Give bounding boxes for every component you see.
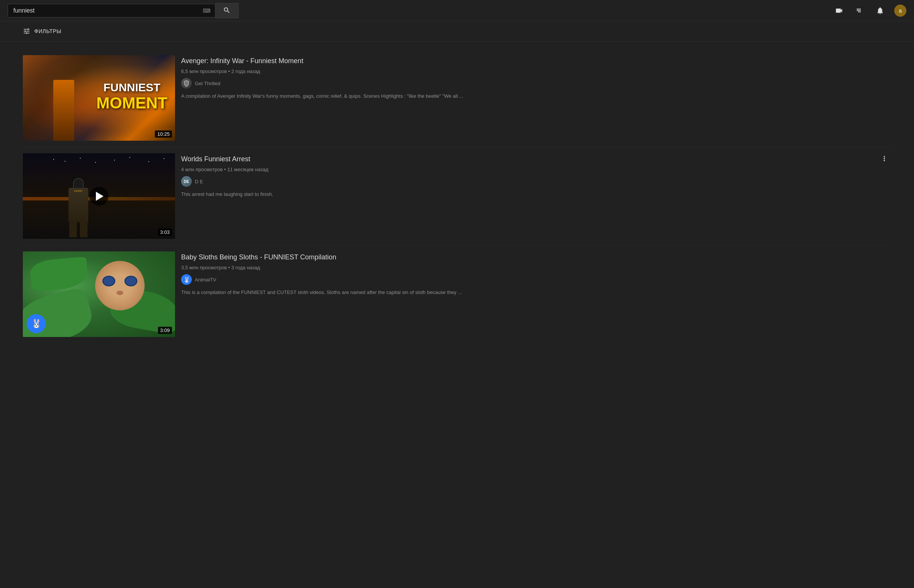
channel-row-2: DE D E [181, 176, 891, 187]
video-info-2: Worlds Funniest Arrest 4 млн просмотров … [181, 153, 891, 239]
search-button[interactable] [215, 3, 239, 18]
video-thumbnail-3[interactable]: 🐰 3:09 [23, 251, 175, 337]
header: ⌨ a [0, 0, 914, 21]
sloth-face-circle [95, 261, 145, 310]
video-thumbnail-1[interactable]: FUNNIEST MOMENT 10:25 [23, 55, 175, 141]
keyboard-icon[interactable]: ⌨ [198, 8, 215, 14]
channel-name-3[interactable]: AnimalTV [195, 277, 216, 283]
video-description-3: This is a compilation of the FUNNIEST an… [181, 289, 891, 296]
video-title-1[interactable]: Avenger: Infinity War - Funniest Moment [181, 57, 891, 65]
shield-icon [183, 79, 190, 87]
thumb-text-overlay: FUNNIEST MOMENT [96, 81, 167, 112]
time-ago-1: 2 года назад [231, 68, 260, 74]
results-list: FUNNIEST MOMENT 10:25 Avenger: Infinity … [0, 42, 914, 351]
duration-badge-1: 10:25 [155, 131, 172, 138]
agent-head [73, 178, 84, 189]
table-row: AGENT [23, 147, 891, 245]
video-camera-icon [835, 6, 843, 15]
duration-badge-3: 3:09 [158, 327, 172, 334]
avatar[interactable]: a [894, 5, 906, 17]
apps-grid-icon [856, 6, 864, 15]
character-silhouette [53, 80, 74, 141]
header-left: ⌨ [8, 3, 239, 18]
thumb-avengers-bg: FUNNIEST MOMENT [23, 55, 175, 141]
table-row: FUNNIEST MOMENT 10:25 Avenger: Infinity … [23, 49, 891, 147]
sloth-face-container [95, 261, 145, 310]
agent-leg-left [69, 222, 77, 237]
channel-row-1: Get Thrilled [181, 78, 891, 89]
video-info-3: Baby Sloths Being Sloths - FUNNIEST Comp… [181, 251, 891, 337]
search-icon [223, 6, 231, 14]
table-row: 🐰 3:09 Baby Sloths Being Sloths - FUNNIE… [23, 245, 891, 343]
channel-avatar-1[interactable] [181, 78, 192, 89]
video-meta-3: 3,5 млн просмотров • 3 года назад [181, 265, 891, 270]
ground [23, 200, 175, 239]
search-bar: ⌨ [8, 3, 239, 18]
apps-grid-button[interactable] [853, 4, 866, 17]
video-title-3[interactable]: Baby Sloths Being Sloths - FUNNIEST Comp… [181, 253, 891, 262]
thumb-sloth-bg: 🐰 [23, 251, 175, 337]
separator-2: • [224, 166, 227, 172]
sloth-eye-right [126, 277, 136, 285]
search-input-wrapper: ⌨ [8, 4, 215, 18]
header-right: a [833, 4, 906, 17]
animal-tv-badge[interactable]: 🐰 [27, 314, 46, 333]
channel-avatar-inner-1 [181, 78, 192, 89]
video-info-1: Avenger: Infinity War - Funniest Moment … [181, 55, 891, 141]
sloth-eye-left [104, 277, 114, 285]
filters-label: ФИЛЬТРЫ [34, 28, 61, 34]
rabbit-icon: 🐰 [31, 319, 42, 329]
view-count-1: 6,5 млн просмотров [181, 68, 227, 74]
separator-3: • [228, 265, 231, 270]
channel-name-1[interactable]: Get Thrilled [195, 81, 220, 86]
filters-icon [23, 27, 31, 35]
channel-row-3: 🐰 AnimalTV [181, 274, 891, 285]
view-count-2: 4 млн просмотров [181, 166, 223, 172]
notifications-button[interactable] [874, 4, 886, 17]
play-triangle-2 [96, 192, 104, 201]
video-description-2: This arrest had me laughing start to fin… [181, 191, 891, 198]
channel-name-2[interactable]: D E [195, 179, 203, 184]
view-count-3: 3,5 млн просмотров [181, 265, 227, 270]
channel-avatar-inner-2: DE [181, 176, 192, 187]
agent-text: AGENT [68, 190, 88, 192]
time-ago-3: 3 года назад [231, 265, 260, 270]
bell-icon [876, 6, 884, 15]
more-options-button-2[interactable] [877, 153, 891, 166]
thumb-arrest-bg: AGENT [23, 153, 175, 239]
video-meta-1: 6,5 млн просмотров • 2 года назад [181, 68, 891, 74]
agent-leg-right [80, 222, 87, 237]
agent-body: AGENT [68, 188, 88, 222]
filters-bar: ФИЛЬТРЫ [0, 21, 914, 42]
agent-figure: AGENT [68, 178, 88, 239]
play-button-overlay-2[interactable] [89, 187, 108, 206]
duration-badge-2: 3:03 [158, 229, 172, 236]
create-video-button[interactable] [833, 4, 846, 17]
video-thumbnail-2[interactable]: AGENT [23, 153, 175, 239]
star-dots [53, 159, 54, 160]
channel-avatar-3[interactable]: 🐰 [181, 274, 192, 285]
moment-text: MOMENT [96, 94, 167, 112]
separator-1: • [228, 68, 231, 74]
video-description-1: A compilation of Avenger Infinity War's … [181, 92, 891, 100]
video-meta-2: 4 млн просмотров • 11 месяцев назад [181, 166, 891, 172]
funniest-text: FUNNIEST [96, 81, 167, 94]
sloth-nose [116, 291, 123, 295]
video-title-2[interactable]: Worlds Funniest Arrest [181, 155, 891, 163]
time-ago-2: 11 месяцев назад [227, 166, 268, 172]
search-input[interactable] [8, 4, 198, 17]
channel-avatar-inner-3: 🐰 [181, 274, 192, 285]
channel-avatar-2[interactable]: DE [181, 176, 192, 187]
more-vertical-icon [880, 155, 888, 162]
